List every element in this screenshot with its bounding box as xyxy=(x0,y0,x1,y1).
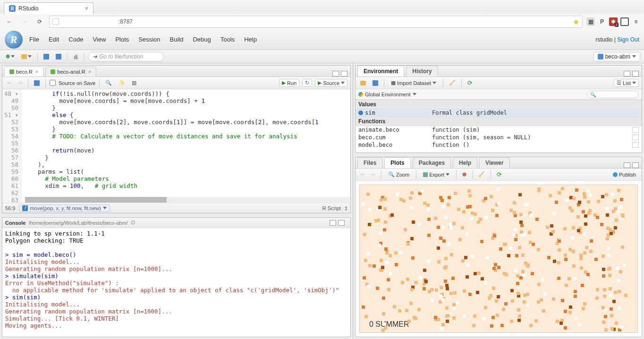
find-button[interactable]: 🔍 xyxy=(103,78,114,88)
outline-button[interactable]: ▥ xyxy=(130,78,138,88)
maximize-pane-button[interactable] xyxy=(341,71,347,76)
rerun-button[interactable]: ↻ xyxy=(302,79,312,87)
tab-files[interactable]: Files xyxy=(357,157,382,168)
source-tab[interactable]: beco-anal.R× xyxy=(45,67,96,76)
save-button[interactable] xyxy=(42,52,51,61)
open-file-button[interactable] xyxy=(19,52,34,61)
menu-help[interactable]: Help xyxy=(244,36,257,43)
menu-code[interactable]: Code xyxy=(68,36,83,43)
minimize-pane-button[interactable] xyxy=(332,71,339,76)
grid-cell xyxy=(618,290,621,293)
env-row[interactable]: animate.becofunction (sim) xyxy=(356,126,642,134)
menu-icon[interactable]: ≡ xyxy=(632,17,640,26)
env-scope-label[interactable]: Global Environment xyxy=(365,92,411,97)
edit-icon[interactable] xyxy=(632,135,639,140)
edit-icon[interactable] xyxy=(632,142,639,148)
tab-help[interactable]: Help xyxy=(453,157,477,168)
wand-button[interactable] xyxy=(117,78,127,88)
close-icon[interactable]: × xyxy=(85,5,88,12)
grid-cell xyxy=(613,199,617,203)
menu-edit[interactable]: Edit xyxy=(49,36,59,43)
browser-tab-rstudio[interactable]: R RStudio × xyxy=(4,2,93,14)
back-button[interactable]: ← xyxy=(4,16,15,27)
close-icon[interactable]: × xyxy=(88,69,91,75)
load-workspace-button[interactable] xyxy=(358,78,368,88)
bookmark-star-icon[interactable]: ★ xyxy=(573,17,579,26)
import-dataset-button[interactable]: ▦ Import Dataset xyxy=(388,79,439,87)
menu-tools[interactable]: Tools xyxy=(220,36,235,43)
minimize-pane-button[interactable] xyxy=(624,162,630,168)
publish-button[interactable]: Publish xyxy=(610,171,639,178)
extension-icon[interactable] xyxy=(620,17,629,26)
grid-cell xyxy=(564,254,567,257)
grid-cell xyxy=(389,254,392,257)
plot-next-button[interactable]: ⇨ xyxy=(369,170,377,179)
minimize-pane-button[interactable] xyxy=(624,71,630,76)
tab-history[interactable]: History xyxy=(406,66,438,76)
source-tab[interactable]: beco.R× xyxy=(4,67,43,76)
back-nav-button[interactable]: ⇦ xyxy=(5,78,13,88)
grid-cell xyxy=(399,251,403,254)
source-button[interactable]: ▶Source xyxy=(315,79,347,87)
console-output[interactable]: Linking to sp version: 1.1-1Polygon chec… xyxy=(2,228,350,337)
maximize-pane-button[interactable] xyxy=(632,162,639,168)
maximize-pane-button[interactable] xyxy=(338,220,345,226)
view-mode-button[interactable]: ☰ List xyxy=(614,79,639,87)
extension-icon[interactable]: ✱2 xyxy=(609,17,618,26)
grid-cell xyxy=(571,236,575,239)
minimize-pane-button[interactable] xyxy=(330,220,336,226)
env-search-input[interactable] xyxy=(587,91,639,98)
zoom-button[interactable]: Zoom xyxy=(385,170,412,178)
menu-file[interactable]: File xyxy=(29,36,39,43)
file-type-indicator[interactable]: ‡ xyxy=(345,205,347,211)
clear-env-button[interactable] xyxy=(447,78,458,88)
plot-prev-button[interactable]: ⇦ xyxy=(358,170,366,179)
function-scope-chip[interactable]: fmove(pop, x, y, fit.now, fit.new) xyxy=(19,204,110,212)
code-body[interactable]: if(!is.null(nrow(move.coords))) { move[m… xyxy=(22,89,321,203)
project-selector[interactable]: beco-abm xyxy=(593,52,640,61)
save-workspace-button[interactable] xyxy=(371,78,380,88)
extension-icon[interactable]: P xyxy=(598,17,606,26)
refresh-env-button[interactable] xyxy=(466,78,475,88)
remove-plot-button[interactable]: ⊗ xyxy=(460,170,468,179)
source-on-save-checkbox[interactable] xyxy=(50,80,56,86)
export-button[interactable]: Export xyxy=(420,171,452,178)
tab-viewer[interactable]: Viewer xyxy=(479,157,509,168)
maximize-pane-button[interactable] xyxy=(632,71,639,76)
menu-plots[interactable]: Plots xyxy=(115,36,129,43)
goto-file-input[interactable]: ➜Go to file/function xyxy=(88,52,164,61)
code-editor[interactable]: 48 ▾495051 ▾525354555657585960616263 if(… xyxy=(2,89,350,203)
menu-build[interactable]: Build xyxy=(170,36,184,43)
env-row[interactable]: simFormal class gridModel xyxy=(356,109,642,117)
grid-cell xyxy=(384,326,387,330)
grid-cell xyxy=(584,214,587,218)
tab-plots[interactable]: Plots xyxy=(384,157,410,168)
env-row[interactable]: beco.cumfunction (sim, season = NULL) xyxy=(356,134,642,141)
refresh-plots-button[interactable] xyxy=(495,170,504,179)
forward-button[interactable]: → xyxy=(19,16,30,27)
tab-packages[interactable]: Packages xyxy=(413,157,451,168)
save-all-button[interactable] xyxy=(54,52,63,61)
reload-button[interactable]: ⟳ xyxy=(34,16,45,27)
menu-session[interactable]: Session xyxy=(138,36,160,43)
forward-nav-button[interactable]: ⇨ xyxy=(16,78,24,88)
save-source-button[interactable] xyxy=(32,78,42,88)
new-file-button[interactable]: ⊕ xyxy=(4,52,17,61)
edit-icon[interactable] xyxy=(632,127,639,133)
close-icon[interactable]: × xyxy=(35,69,38,75)
sign-out-link[interactable]: Sign Out xyxy=(617,36,639,43)
menu-debug[interactable]: Debug xyxy=(193,36,211,43)
run-button[interactable]: ▶Run xyxy=(279,79,299,87)
grid-cell xyxy=(614,226,617,229)
print-button[interactable]: 🖨 xyxy=(71,52,80,61)
grid-cell xyxy=(381,266,384,269)
clear-plots-button[interactable] xyxy=(476,170,487,179)
address-bar[interactable]: :8787 ★ xyxy=(49,16,583,28)
extension-icon[interactable]: ▦ xyxy=(586,17,595,26)
env-row[interactable]: model.becofunction () xyxy=(356,141,642,149)
tab-environment[interactable]: Environment xyxy=(357,66,404,76)
horizontal-scrollbar[interactable] xyxy=(25,197,350,203)
grid-cell xyxy=(486,256,489,259)
menu-view[interactable]: View xyxy=(93,36,106,43)
grid-cell xyxy=(382,297,385,300)
